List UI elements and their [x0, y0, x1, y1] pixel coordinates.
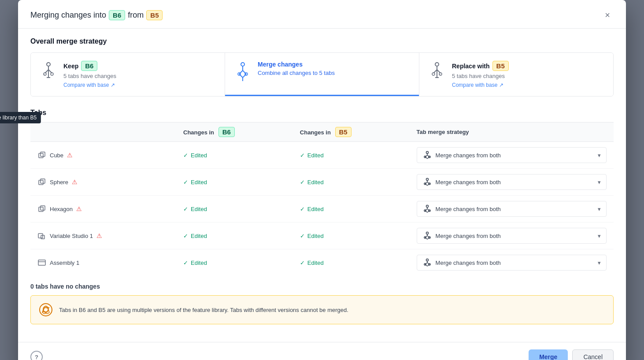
tab-icon [37, 258, 46, 267]
changes-b5-cell: ✓ Edited [293, 223, 410, 249]
check-b6-icon: ✓ [183, 152, 188, 159]
modal-footer: ? Merge Cancel [18, 342, 626, 360]
col-header-tab [30, 122, 176, 142]
tab-icon [37, 178, 46, 186]
dropdown-arrow: ▾ [598, 233, 601, 239]
warning-icon: ⚠ [67, 152, 73, 159]
tab-name-cell: Sphere ⚠ [30, 169, 176, 196]
help-button[interactable]: ? [30, 351, 43, 360]
changes-b5-label: Edited [307, 152, 324, 159]
svg-point-9 [241, 63, 244, 66]
replace-badge: B5 [492, 61, 509, 71]
changes-b5-label: Edited [307, 206, 324, 212]
warning-icon: ⚠ [72, 178, 78, 186]
changes-b5-label: Edited [307, 233, 324, 239]
strategy-select[interactable]: Merge changes from both ▾ [417, 228, 607, 244]
keep-compare-link[interactable]: Compare with base ↗ [63, 82, 116, 88]
dropdown-arrow: ▾ [598, 152, 601, 159]
strategy-select[interactable]: Merge changes from both ▾ [417, 255, 607, 271]
dropdown-arrow: ▾ [598, 179, 601, 186]
table-row: Cube ⚠ ✓ Edited ✓ Edited [30, 142, 614, 169]
merge-strategy-name: Merge changes [258, 61, 335, 68]
changes-b6-label: Edited [191, 152, 207, 159]
tab-name-cell: Cube ⚠ [30, 142, 176, 169]
strategy-label: Merge changes from both [436, 179, 501, 186]
replace-compare-link[interactable]: Compare with base ↗ [452, 82, 509, 88]
check-b6-icon: ✓ [183, 260, 188, 266]
changes-b6-label: Edited [191, 233, 207, 239]
tab-name-cell: Assembly 1 [30, 249, 176, 276]
svg-line-13 [239, 74, 243, 78]
changes-b6-cell: ✓ Edited [176, 169, 293, 196]
merge-strategy-content: Merge changes Combine all changes to 5 t… [258, 61, 335, 79]
tabs-section: Tabs B6 uses a newer version of the feat… [30, 109, 614, 324]
strategy-cell[interactable]: Merge changes from both ▾ [410, 223, 614, 249]
strategy-inner: Merge changes from both [422, 231, 501, 241]
table-row: Variable Studio 1 ⚠ ✓ Edited ✓ Edited [30, 223, 614, 249]
changes-b6-cell: ✓ Edited [176, 142, 293, 169]
strategy-cell[interactable]: Merge changes from both ▾ [410, 142, 614, 169]
tab-icon [37, 204, 46, 213]
tab-name-label: Hexagon [50, 206, 73, 212]
tab-name-label: Assembly 1 [50, 260, 79, 266]
strategy-select[interactable]: Merge changes from both ▾ [417, 201, 607, 217]
branch-into-badge: B6 [109, 10, 125, 20]
branch-from-badge: B5 [146, 10, 163, 20]
strategy-cell[interactable]: Merge changes from both ▾ [410, 196, 614, 223]
replace-strategy-name: Replace with B5 [452, 61, 509, 71]
strategy-inner: Merge changes from both [422, 258, 501, 267]
svg-point-49 [426, 205, 428, 208]
changes-b6-cell: ✓ Edited [176, 249, 293, 276]
col-header-changes-b6: Changes in B6 [176, 122, 293, 142]
strategy-cell[interactable]: Merge changes from both ▾ [410, 249, 614, 276]
tab-name-cell: Hexagon ⚠ [30, 196, 176, 223]
strategy-card-merge[interactable]: Merge changes Combine all changes to 5 t… [225, 53, 419, 96]
merge-dialog: Merging changes into B6 from B5 × Overal… [18, 0, 626, 360]
check-b6-icon: ✓ [183, 179, 188, 186]
strategy-inner: Merge changes from both [422, 150, 501, 160]
strategy-label: Merge changes from both [436, 206, 501, 212]
changes-b5-label: Edited [307, 260, 324, 266]
merge-button[interactable]: Merge [529, 349, 568, 360]
strategy-section-title: Overall merge strategy [30, 37, 614, 45]
col-header-strategy: Tab merge strategy [410, 122, 614, 142]
svg-point-69 [426, 259, 428, 261]
merge-strategy-desc: Combine all changes to 5 tabs [258, 70, 335, 76]
strategy-cell[interactable]: Merge changes from both ▾ [410, 169, 614, 196]
changes-b5-cell: ✓ Edited [293, 142, 410, 169]
svg-line-11 [239, 71, 243, 74]
strategy-label: Merge changes from both [436, 260, 501, 266]
strategy-select[interactable]: Merge changes from both ▾ [417, 174, 607, 190]
strategy-label: Merge changes from both [436, 152, 501, 159]
keep-strategy-name: Keep B6 [63, 61, 116, 71]
check-b5-icon: ✓ [300, 233, 305, 239]
svg-line-14 [243, 74, 246, 78]
strategy-card-keep[interactable]: × Keep B6 5 tabs have changes Compare wi… [31, 53, 225, 96]
changes-b5-cell: ✓ Edited [293, 196, 410, 223]
svg-rect-28 [41, 152, 45, 156]
strategy-inner: Merge changes from both [422, 204, 501, 214]
changes-b6-label: Edited [191, 206, 207, 212]
check-b5-icon: ✓ [300, 206, 305, 212]
cancel-button[interactable]: Cancel [572, 349, 614, 360]
keep-strategy-desc: 5 tabs have changes [63, 73, 116, 79]
changes-b6-label: Edited [191, 260, 207, 266]
svg-point-18 [435, 63, 439, 66]
tooltip-box: B6 uses a newer version of the feature l… [0, 112, 41, 123]
strategy-card-replace[interactable]: × Replace with B5 5 tabs have changes Co… [419, 53, 613, 96]
modal-body: Overall merge strategy × [18, 29, 626, 342]
changes-b6-cell: ✓ Edited [176, 196, 293, 223]
svg-line-12 [243, 71, 246, 74]
svg-point-29 [426, 152, 428, 154]
tab-icon [37, 231, 46, 240]
svg-rect-27 [39, 153, 43, 158]
table-row: Hexagon ⚠ ✓ Edited ✓ Edited [30, 196, 614, 223]
b5-col-badge: B5 [335, 127, 352, 137]
svg-point-0 [47, 63, 50, 66]
warning-banner: Tabs in B6 and B5 are using multiple ver… [30, 295, 614, 324]
changes-b5-cell: ✓ Edited [293, 249, 410, 276]
modal-header: Merging changes into B6 from B5 × [18, 0, 626, 29]
svg-text:×: × [439, 73, 440, 76]
close-button[interactable]: × [601, 9, 614, 21]
strategy-select[interactable]: Merge changes from both ▾ [417, 147, 607, 163]
